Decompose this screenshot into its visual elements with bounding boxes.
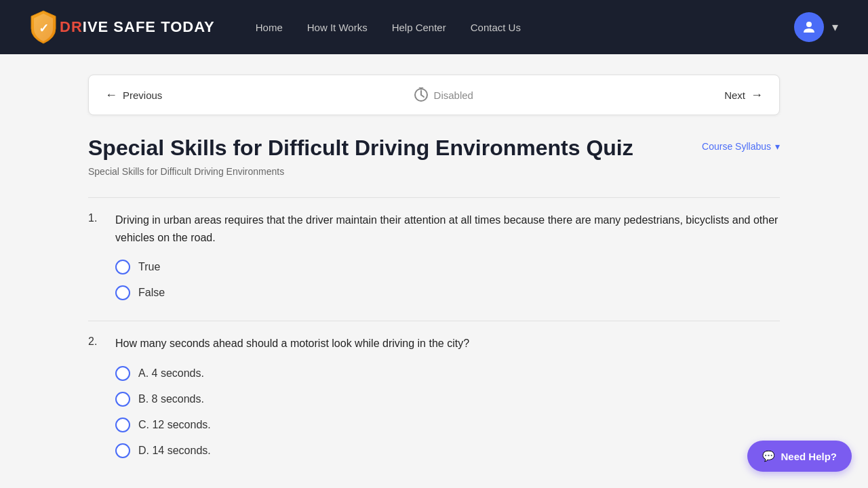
question-2-options: A. 4 seconds. B. 8 seconds. C. 12 second…: [115, 366, 780, 458]
disabled-status: Disabled: [414, 87, 473, 102]
question-2-option-c[interactable]: C. 12 seconds.: [115, 418, 780, 432]
question-2-option-a[interactable]: A. 4 seconds.: [115, 366, 780, 381]
question-1-block: 1. Driving in urban areas requires that …: [88, 211, 780, 300]
user-menu-chevron[interactable]: ▾: [829, 17, 841, 37]
avatar-button[interactable]: [794, 12, 824, 42]
navbar: ✓ DRIVE SAFE TODAY Home How It Works Hel…: [0, 0, 868, 54]
previous-button[interactable]: ← Previous: [105, 83, 162, 108]
question-2-radio-d[interactable]: [115, 443, 130, 458]
question-2-radio-c[interactable]: [115, 418, 130, 432]
question-1-row: 1. Driving in urban areas requires that …: [88, 211, 780, 246]
divider-1: [88, 197, 780, 198]
question-1-radio-false[interactable]: [115, 285, 130, 300]
logo-text: DRIVE SAFE TODAY: [60, 19, 215, 35]
svg-point-1: [806, 22, 812, 27]
nav-links: Home How It Works Help Center Contact Us: [256, 22, 794, 33]
nav-contact-us[interactable]: Contact Us: [471, 22, 521, 33]
previous-label: Previous: [123, 89, 162, 101]
question-2-option-d[interactable]: D. 14 seconds.: [115, 443, 780, 458]
logo-shield-icon: ✓: [28, 9, 58, 45]
user-icon: [801, 19, 817, 35]
question-2-label-c: C. 12 seconds.: [138, 419, 211, 431]
disabled-timer-icon: [414, 87, 429, 102]
question-2-text: How many seconds ahead should a motorist…: [115, 335, 469, 352]
quiz-subtitle: Special Skills for Difficult Driving Env…: [88, 166, 633, 177]
question-1-label-false: False: [138, 287, 165, 299]
help-button-label: Need Help?: [781, 451, 837, 462]
next-button[interactable]: Next →: [724, 83, 763, 108]
arrow-right-icon: →: [751, 88, 763, 102]
question-1-option-false[interactable]: False: [115, 285, 780, 300]
course-syllabus-label: Course Syllabus: [702, 141, 771, 152]
question-2-option-b[interactable]: B. 8 seconds.: [115, 392, 780, 407]
question-1-label-true: True: [138, 261, 160, 273]
question-2-label-a: A. 4 seconds.: [138, 367, 204, 380]
question-1-options: True False: [115, 260, 780, 300]
svg-text:✓: ✓: [39, 22, 49, 35]
svg-line-4: [421, 95, 424, 97]
logo: ✓ DRIVE SAFE TODAY: [27, 9, 215, 45]
nav-how-it-works[interactable]: How It Works: [307, 22, 368, 33]
help-icon: 💬: [762, 450, 775, 462]
question-1-option-true[interactable]: True: [115, 260, 780, 274]
next-label: Next: [724, 89, 745, 101]
help-button[interactable]: 💬 Need Help?: [747, 441, 852, 472]
question-2-radio-a[interactable]: [115, 366, 130, 381]
quiz-navigation-bar: ← Previous Disabled Next →: [88, 75, 780, 115]
divider-2: [88, 321, 780, 321]
question-2-label-b: B. 8 seconds.: [138, 393, 204, 405]
disabled-label: Disabled: [434, 89, 473, 101]
main-content: ← Previous Disabled Next → Special Skill…: [61, 54, 807, 488]
question-1-number: 1.: [88, 211, 104, 224]
arrow-left-icon: ←: [105, 88, 117, 102]
nav-help-center[interactable]: Help Center: [392, 22, 446, 33]
chevron-down-icon: ▾: [775, 141, 780, 152]
quiz-title: Special Skills for Difficult Driving Env…: [88, 136, 633, 161]
nav-right: ▾: [794, 12, 841, 42]
nav-home[interactable]: Home: [256, 22, 283, 33]
question-2-radio-b[interactable]: [115, 392, 130, 407]
question-1-text: Driving in urban areas requires that the…: [115, 211, 780, 246]
quiz-header: Special Skills for Difficult Driving Env…: [88, 136, 780, 177]
question-2-label-d: D. 14 seconds.: [138, 445, 211, 457]
question-2-row: 2. How many seconds ahead should a motor…: [88, 335, 780, 352]
question-2-block: 2. How many seconds ahead should a motor…: [88, 335, 780, 458]
quiz-title-section: Special Skills for Difficult Driving Env…: [88, 136, 633, 177]
question-2-number: 2.: [88, 335, 104, 348]
course-syllabus-button[interactable]: Course Syllabus ▾: [702, 141, 780, 152]
question-1-radio-true[interactable]: [115, 260, 130, 274]
